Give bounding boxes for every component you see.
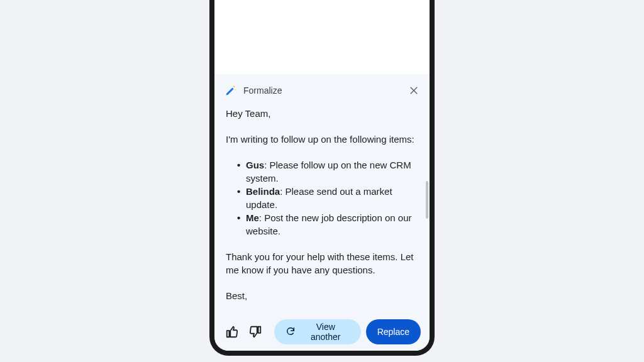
generated-text-area[interactable]: Hey Team, I'm writing to follow up on th… [214, 107, 430, 311]
panel-header: Formalize [214, 74, 430, 107]
refresh-icon [286, 326, 296, 338]
thumbs-up-button[interactable] [223, 322, 241, 341]
intro-text: I'm writing to follow up on the followin… [226, 133, 418, 146]
thumbs-down-button[interactable] [246, 322, 264, 341]
magic-pencil-icon [225, 84, 237, 97]
view-another-label: View another [302, 322, 350, 342]
close-icon[interactable] [408, 85, 419, 96]
signoff-text: Best, [226, 289, 418, 302]
replace-button[interactable]: Replace [366, 319, 421, 344]
panel-footer: View another Replace [214, 311, 430, 353]
list-item: Gus: Please follow up on the new CRM sys… [237, 158, 418, 185]
formalize-panel: Formalize Hey Team, I'm writing to follo… [214, 74, 430, 353]
task-list: Gus: Please follow up on the new CRM sys… [226, 158, 418, 238]
phone-frame: Formalize Hey Team, I'm writing to follo… [209, 0, 435, 356]
thanks-text: Thank you for your help with these items… [226, 250, 418, 277]
list-item: Me: Post the new job description on our … [237, 211, 418, 238]
list-item: Belinda: Please send out a market update… [237, 185, 418, 211]
view-another-button[interactable]: View another [274, 319, 361, 344]
replace-label: Replace [377, 327, 409, 337]
panel-title: Formalize [243, 85, 408, 96]
upper-content-area [214, 0, 430, 74]
greeting-text: Hey Team, [226, 107, 418, 120]
